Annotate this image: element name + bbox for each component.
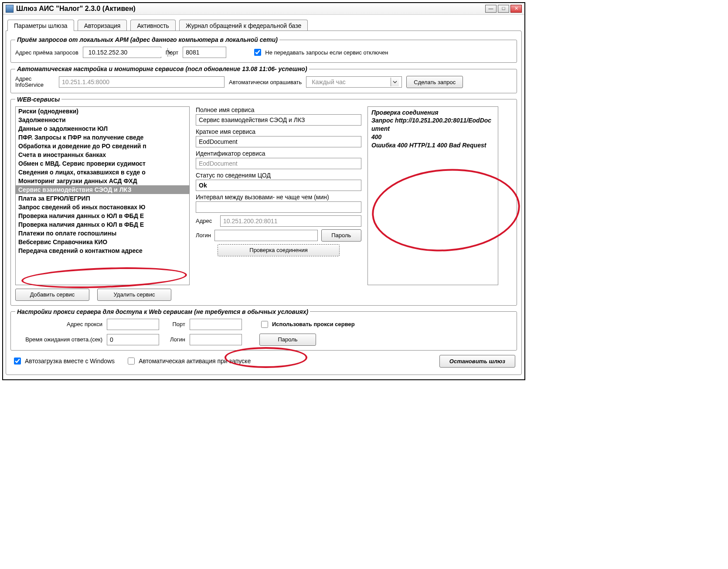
tab-bar: Параметры шлюза Авторизация Активность Ж…	[7, 19, 522, 31]
maximize-button[interactable]: □	[498, 5, 509, 13]
group-proxy: Настройки прокси сервера для доступа к W…	[10, 308, 517, 351]
service-listbox[interactable]: Риски (однодневки)ЗадолженностиДанные о …	[15, 106, 190, 285]
list-item[interactable]: Проверка наличия данных о ЮЛ в ФБД Е	[16, 220, 189, 229]
svc-interval-label: Интервал между вызовами- не чаще чем (ми…	[196, 194, 361, 201]
recv-port-label: Порт	[166, 49, 178, 56]
autostart-label: Автозагрузка вместе с Windows	[25, 358, 115, 365]
recv-port-input[interactable]	[183, 47, 226, 58]
proxy-login-label: Логин	[163, 336, 185, 343]
list-item[interactable]: Запрос сведений об иных постановках Ю	[16, 203, 189, 211]
proxy-use-checkbox[interactable]	[261, 321, 268, 328]
service-form: Полное имя сервиса Краткое имя сервиса И…	[196, 106, 361, 256]
auto-poll-label: Автоматически опрашивать	[229, 79, 302, 85]
group-proxy-legend: Настройки прокси сервера для доступа к W…	[15, 308, 310, 315]
svc-status-input[interactable]	[196, 180, 361, 191]
list-item[interactable]: ПФР. Запросы к ПФР на получение сведе	[16, 133, 189, 142]
window-title: Шлюз АИС "Налог" 2.3.0 (Активен)	[16, 5, 136, 13]
proxy-timeout-label: Время ожидания ответа.(сек)	[15, 336, 102, 343]
footer: Автозагрузка вместе с Windows Автоматиче…	[12, 355, 515, 368]
svc-status-label: Статус по сведениям ЦОД	[196, 172, 361, 179]
list-item[interactable]: Риски (однодневки)	[16, 107, 189, 116]
proxy-password-button[interactable]: Пароль	[259, 334, 316, 346]
auto-poll-input[interactable]	[309, 78, 391, 86]
recv-noforward-label: Не передавать запросы если сервис отключ…	[265, 49, 388, 56]
app-window: Шлюз АИС "Налог" 2.3.0 (Активен) — □ ✕ П…	[2, 2, 525, 380]
delete-service-button[interactable]: Удалить сервис	[97, 289, 171, 301]
tab-params[interactable]: Параметры шлюза	[7, 20, 74, 31]
list-item[interactable]: Данные о задолженности ЮЛ	[16, 124, 189, 133]
titlebar: Шлюз АИС "Налог" 2.3.0 (Активен) — □ ✕	[3, 3, 524, 15]
auto-addr-label: Адрес InfoService	[15, 76, 54, 89]
list-item[interactable]: Передача сведений о контактном адресе	[16, 246, 189, 255]
window-controls: — □ ✕	[485, 5, 522, 13]
svc-full-input[interactable]	[196, 114, 361, 126]
svc-password-button[interactable]: Пароль	[321, 229, 361, 242]
group-autoconfig: Автоматическая настройка и мониторинг се…	[10, 65, 517, 93]
svc-id-label: Идентификатор сервиса	[196, 150, 361, 157]
tab-journal[interactable]: Журнал обращений к федеральной базе	[179, 20, 308, 31]
list-item[interactable]: Мониторинг загрузки данных АСД ФХД	[16, 177, 189, 185]
svc-addr-label: Адрес	[196, 218, 217, 224]
list-item[interactable]: Счета в иностранных банках	[16, 150, 189, 159]
minimize-button[interactable]: —	[485, 5, 497, 13]
connection-log: Проверка соединенияЗапрос http://10.251.…	[367, 106, 498, 285]
autostart-checkbox[interactable]	[14, 358, 21, 365]
list-item[interactable]: Сведения о лицах, отказавшихся в суде о	[16, 168, 189, 177]
app-icon	[6, 5, 14, 13]
close-button[interactable]: ✕	[510, 5, 522, 13]
tab-activity[interactable]: Активность	[130, 20, 176, 31]
recv-noforward-checkbox[interactable]	[254, 49, 261, 56]
svc-check-connection-button[interactable]: Проверка соединения	[218, 244, 340, 256]
tab-auth[interactable]: Авторизация	[78, 20, 127, 31]
group-autoconfig-legend: Автоматическая настройка и мониторинг се…	[15, 65, 309, 72]
svc-login-label: Логин	[196, 232, 211, 239]
svc-addr-input[interactable]	[220, 215, 361, 227]
list-item[interactable]: Обработка и доведение до РО сведений п	[16, 142, 189, 150]
add-service-button[interactable]: Добавить сервис	[15, 289, 89, 301]
svc-short-label: Краткое имя сервиса	[196, 128, 361, 135]
svc-full-label: Полное имя сервиса	[196, 106, 361, 113]
group-receive: Приём запросов от локальных АРМ (адрес д…	[10, 36, 517, 63]
auto-poll-combo[interactable]	[306, 76, 402, 88]
recv-addr-combo[interactable]	[83, 47, 161, 58]
autoactivate-label: Автоматическая активация при запуске	[139, 358, 251, 365]
recv-addr-label: Адрес приёма запросов	[15, 49, 78, 56]
stop-gateway-button[interactable]: Остановить шлюз	[439, 355, 515, 368]
recv-addr-input[interactable]	[86, 48, 167, 57]
svc-short-input[interactable]	[196, 136, 361, 147]
list-item[interactable]: Задолженности	[16, 116, 189, 124]
group-webservices: WEB-сервисы Риски (однодневки)Задолженно…	[10, 96, 517, 306]
proxy-login-input[interactable]	[190, 334, 242, 345]
auto-request-button[interactable]: Сделать запрос	[406, 76, 463, 88]
tab-body: Приём запросов от локальных АРМ (адрес д…	[6, 31, 522, 375]
chevron-down-icon[interactable]	[391, 78, 399, 86]
proxy-addr-label: Адрес прокси	[15, 321, 102, 327]
svc-interval-input[interactable]	[196, 201, 361, 213]
autoactivate-checkbox[interactable]	[128, 358, 135, 365]
group-webservices-legend: WEB-сервисы	[15, 96, 61, 103]
proxy-addr-input[interactable]	[107, 319, 159, 330]
svc-login-input[interactable]	[214, 230, 318, 241]
proxy-port-input[interactable]	[190, 319, 242, 330]
proxy-port-label: Порт	[163, 321, 185, 327]
list-item[interactable]: Обмен с МВД. Сервис проверки судимост	[16, 159, 189, 168]
auto-addr-input[interactable]	[59, 76, 225, 88]
list-item[interactable]: Плата за ЕГРЮЛ/ЕГРИП	[16, 194, 189, 203]
list-item[interactable]: Проверка наличия данных о ЮЛ в ФБД Е	[16, 211, 189, 220]
proxy-use-label: Использовать прокси сервер	[272, 321, 355, 327]
svc-id-input	[196, 158, 361, 169]
list-item[interactable]: Платежи по оплате госпошлины	[16, 229, 189, 238]
list-item[interactable]: Сервис взаимодействия СЭОД и ЛКЗ	[16, 185, 189, 194]
group-receive-legend: Приём запросов от локальных АРМ (адрес д…	[15, 36, 279, 43]
proxy-timeout-input[interactable]	[107, 334, 159, 345]
list-item[interactable]: Вебсервис Справочника КИО	[16, 238, 189, 246]
